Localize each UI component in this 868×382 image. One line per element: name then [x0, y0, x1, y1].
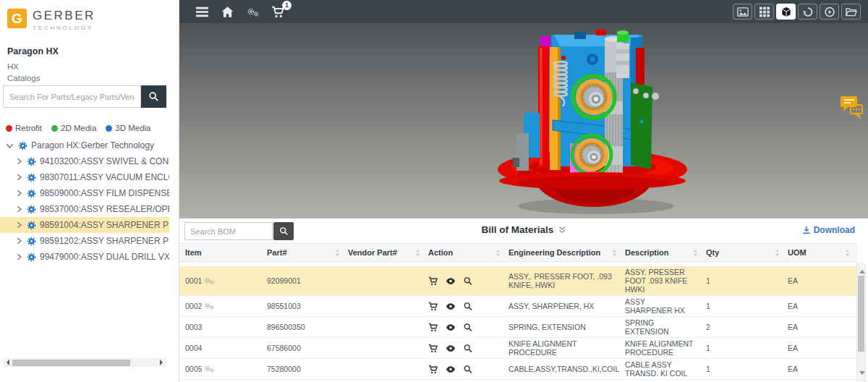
tree-item-98509000[interactable]: 98509000:ASSY FILM DISPENSER 2.2M VX: [0, 185, 169, 201]
download-button[interactable]: Download: [802, 225, 855, 235]
table-row-0001[interactable]: 0001 92099001 ASSY,. PRESSER FOOT, .093 …: [179, 266, 856, 296]
zoom-search-icon[interactable]: [463, 344, 473, 353]
bom-search-button[interactable]: [273, 222, 294, 240]
image-view-button[interactable]: [733, 4, 752, 20]
tree-root-paragon-hx[interactable]: Paragon HX:Gerber Technology: [0, 137, 169, 153]
engineering-description-cell: ASSY, SHARPENER, HX: [503, 302, 619, 310]
scroll-left-arrow-icon[interactable]: [4, 360, 9, 365]
tree-item-94103200[interactable]: 94103200:ASSY SWIVEL & CONNECTING LI: [0, 153, 169, 169]
item-cell: 0003: [179, 323, 261, 331]
view-eye-icon[interactable]: [446, 276, 456, 286]
legend-3d-media: 3D Media: [106, 124, 150, 132]
menu-icon[interactable]: [195, 6, 209, 18]
view-eye-icon[interactable]: [446, 344, 456, 353]
chevron-right-icon[interactable]: [16, 158, 22, 165]
tree-item-99479000[interactable]: 99479000:ASSY DUAL DRILL VX - CHAFF RE: [0, 249, 169, 265]
breadcrumb-catalogs[interactable]: Catalogs: [7, 72, 40, 84]
tree-item-98537000[interactable]: 98537000:ASSY RESEALER/OPERATOR STA: [0, 201, 169, 217]
tree-horizontal-scrollbar[interactable]: [3, 358, 166, 367]
table-row-0005[interactable]: 0005 75280000 CABLE,ASSY,TRANSD.,KI,COIL…: [179, 359, 856, 380]
scroll-up-arrow-icon[interactable]: [859, 267, 865, 273]
sort-icon[interactable]: [415, 249, 420, 257]
add-to-cart-icon[interactable]: [428, 276, 438, 286]
add-to-cart-icon[interactable]: [428, 302, 438, 311]
sort-icon[interactable]: [335, 249, 340, 257]
chevron-right-icon[interactable]: [16, 190, 22, 197]
column-header-part[interactable]: Part#: [261, 244, 342, 261]
item-cell: 0001: [179, 276, 261, 285]
settings-gears-icon[interactable]: [246, 6, 260, 18]
table-row-0004[interactable]: 0004 67586000 KNIFE ALIGNMENT PROCEDURE …: [179, 338, 856, 359]
main-panel: 1: [179, 0, 868, 382]
add-to-cart-icon[interactable]: [428, 344, 438, 353]
qty-cell: 1: [700, 302, 782, 310]
parts-search-button[interactable]: [141, 85, 166, 108]
chevron-right-icon[interactable]: [16, 205, 22, 213]
zoom-search-icon[interactable]: [463, 302, 473, 311]
table-row-0002[interactable]: 0002 98551003 ASSY, SHARPENER, HX ASSY S…: [179, 296, 856, 317]
column-header-qty[interactable]: Qty: [700, 244, 782, 261]
sort-icon[interactable]: [775, 249, 780, 257]
column-header-action[interactable]: Action: [422, 244, 503, 261]
3d-model-sharpener-assembly[interactable]: [489, 27, 699, 217]
zoom-search-icon[interactable]: [463, 323, 473, 332]
bom-search-input[interactable]: [184, 222, 273, 240]
tree-item-98307011[interactable]: 98307011:ASSY VACUUM ENCLOSURE 2.2: [0, 169, 169, 185]
orbit-view-button[interactable]: [798, 4, 817, 20]
sort-icon[interactable]: [495, 249, 501, 257]
chevron-right-icon[interactable]: [16, 221, 22, 229]
scroll-down-arrow-icon[interactable]: [859, 371, 865, 378]
item-cell: 0004: [179, 344, 261, 352]
bom-table-body: 0001 92099001 ASSY,. PRESSER FOOT, .093 …: [179, 262, 856, 380]
3d-viewer[interactable]: [179, 23, 868, 218]
chat-icon[interactable]: [835, 93, 864, 123]
breadcrumb-hx[interactable]: HX: [7, 61, 40, 72]
chevron-right-icon[interactable]: [16, 174, 22, 181]
home-icon[interactable]: [221, 6, 234, 18]
collapse-double-chevron-icon[interactable]: [558, 226, 566, 234]
column-header-uom[interactable]: UOM: [782, 244, 852, 261]
scrollbar-thumb[interactable]: [858, 276, 864, 352]
zoom-search-icon[interactable]: [463, 365, 473, 374]
column-header-engineering-description[interactable]: Engineering Description: [503, 244, 619, 261]
parts-search-input[interactable]: [3, 85, 141, 108]
add-to-cart-icon[interactable]: [428, 365, 438, 374]
grid-view-button[interactable]: [754, 4, 774, 20]
scroll-right-arrow-icon[interactable]: [160, 360, 166, 365]
table-vertical-scrollbar[interactable]: [856, 263, 866, 381]
chevron-right-icon[interactable]: [16, 253, 22, 260]
2d-media-dot-icon: [51, 125, 58, 132]
column-header-description[interactable]: Description: [619, 244, 700, 261]
view-eye-icon[interactable]: [446, 365, 456, 374]
sort-icon[interactable]: [693, 249, 698, 257]
sort-icon[interactable]: [845, 249, 850, 257]
gear-icon: [27, 252, 36, 262]
gear-icon: [27, 157, 36, 166]
media-legend: Retrofit 2D Media 3D Media: [6, 124, 151, 132]
gear-icon: [27, 221, 36, 230]
zoom-search-icon[interactable]: [463, 276, 473, 286]
play-animation-button[interactable]: [820, 4, 839, 20]
tree-item-98591202[interactable]: 98591202:ASSY SHARPENER PRESSER FEET: [0, 233, 169, 249]
chevron-right-icon[interactable]: [16, 237, 22, 245]
3d-view-button-active[interactable]: [776, 4, 796, 20]
gear-icon: [27, 189, 36, 198]
bom-title: Bill of Materials: [482, 224, 566, 235]
table-row-0003[interactable]: 0003 896500350 SPRING, EXTENSION SPRING …: [179, 317, 856, 338]
app-window: G GERBER TECHNOLOGY Paragon HX HX Catalo…: [0, 0, 868, 382]
sort-icon[interactable]: [612, 249, 617, 257]
qty-cell: 1: [700, 365, 782, 373]
scrollbar-thumb[interactable]: [12, 360, 130, 366]
part-cell: 896500350: [261, 323, 342, 331]
chevron-down-icon[interactable]: [6, 143, 14, 149]
tree-item-98591004-selected[interactable]: 98591004:ASSY SHARPENER PRESSER FEE: [0, 217, 169, 233]
view-eye-icon[interactable]: [446, 323, 456, 332]
column-header-vendor-part[interactable]: Vendor Part#: [342, 244, 422, 261]
view-eye-icon[interactable]: [446, 302, 456, 311]
brand-name: GERBER: [33, 9, 95, 23]
cart-button[interactable]: 1: [271, 6, 285, 18]
add-to-cart-icon[interactable]: [428, 323, 438, 332]
open-file-button[interactable]: [841, 4, 861, 20]
gerber-logo-icon: G: [7, 9, 27, 28]
description-cell: KNIFE ALIGNMENT PROCEDURE: [619, 339, 700, 357]
